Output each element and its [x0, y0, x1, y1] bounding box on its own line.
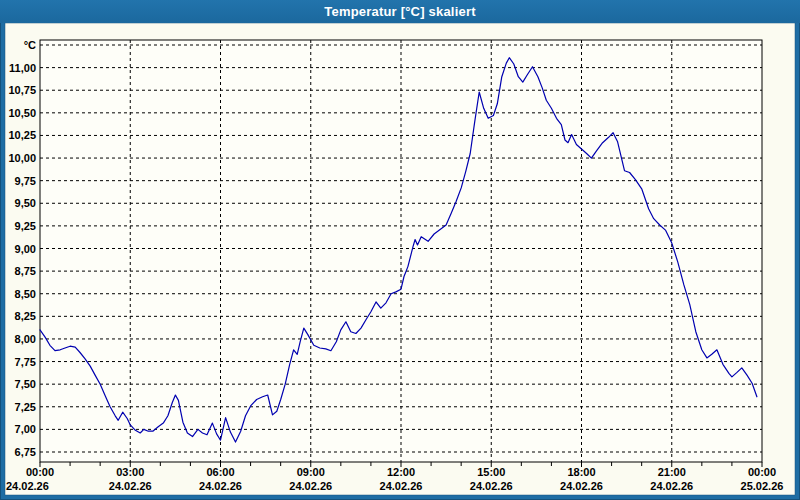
- y-tick-label: 7,75: [15, 356, 36, 368]
- y-tick-label: 9,50: [15, 197, 36, 209]
- x-tick-time-label: 12:00: [387, 466, 415, 478]
- x-tick-date-label: 24.02.26: [199, 480, 242, 492]
- y-tick-label: 7,50: [15, 378, 36, 390]
- y-tick-label: 10,25: [8, 129, 36, 141]
- y-tick-label: 8,75: [15, 265, 36, 277]
- x-tick-date-label: 24.02.26: [650, 480, 693, 492]
- y-tick-label: 6,75: [15, 446, 36, 458]
- y-tick-label: 8,00: [15, 333, 36, 345]
- x-tick-time-label: 00:00: [26, 466, 54, 478]
- y-tick-label: 8,50: [15, 288, 36, 300]
- y-tick-label: 11,00: [9, 62, 36, 74]
- y-tick-label: 8,25: [15, 310, 36, 322]
- y-axis-unit-label: °C: [24, 39, 36, 51]
- x-tick-time-label: 21:00: [658, 466, 686, 478]
- x-tick-date-label: 24.02.26: [109, 480, 152, 492]
- window-titlebar[interactable]: Temperatur [°C] skaliert: [0, 0, 800, 23]
- x-tick-time-label: 00:00: [748, 466, 776, 478]
- x-tick-time-label: 18:00: [567, 466, 595, 478]
- x-tick-date-label: 24.02.26: [470, 480, 513, 492]
- y-tick-label: 9,75: [15, 175, 36, 187]
- y-tick-label: 9,25: [15, 220, 36, 232]
- x-tick-date-label: 24.02.26: [380, 480, 423, 492]
- x-tick-date-label: 24.02.26: [560, 480, 603, 492]
- window-title: Temperatur [°C] skaliert: [324, 4, 475, 19]
- x-tick-time-label: 03:00: [116, 466, 144, 478]
- y-tick-label: 10,00: [8, 152, 36, 164]
- x-tick-time-label: 15:00: [477, 466, 505, 478]
- x-tick-date-label: 24.02.26: [6, 480, 49, 492]
- x-tick-time-label: 09:00: [297, 466, 325, 478]
- y-tick-label: 10,50: [8, 107, 36, 119]
- y-tick-label: 10,75: [8, 84, 36, 96]
- y-tick-label: 9,00: [15, 243, 36, 255]
- temperature-chart: 11,0010,7510,5010,2510,009,759,509,259,0…: [0, 23, 800, 500]
- x-tick-date-label: 25.02.26: [741, 480, 784, 492]
- app-window: Temperatur [°C] skaliert 11,0010,7510,50…: [0, 0, 800, 500]
- y-tick-label: 7,00: [15, 423, 36, 435]
- x-tick-time-label: 06:00: [206, 466, 234, 478]
- y-tick-label: 7,25: [15, 401, 36, 413]
- x-tick-date-label: 24.02.26: [289, 480, 332, 492]
